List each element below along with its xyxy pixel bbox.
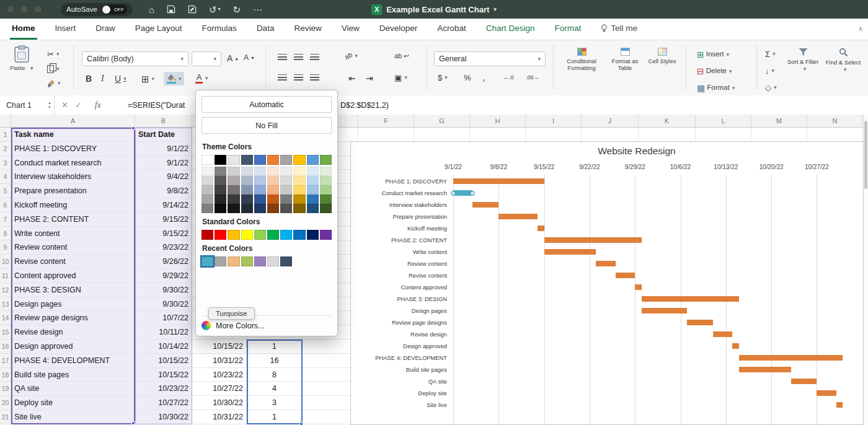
color-swatch[interactable] [280, 204, 292, 213]
color-swatch[interactable] [267, 230, 279, 240]
column-header-I[interactable]: I [526, 115, 582, 128]
gantt-task-label[interactable]: QA site [351, 375, 447, 387]
gantt-task-label[interactable]: Site live [351, 399, 447, 411]
axis-tick-label[interactable]: 10/6/22 [670, 164, 691, 170]
color-swatch[interactable] [228, 204, 239, 213]
cell[interactable]: 10/30/22 [135, 410, 192, 424]
column-header-G[interactable]: G [414, 115, 470, 128]
format-as-table-button[interactable]: Format as Table [608, 48, 642, 72]
cell[interactable]: 10/27/22 [135, 396, 192, 410]
cell[interactable]: Prepare presentation [11, 184, 135, 198]
gantt-task-label[interactable]: Content approved [351, 281, 447, 293]
gantt-task-label[interactable]: Kickoff meeting [351, 222, 447, 234]
color-swatch[interactable] [267, 155, 279, 165]
color-swatch[interactable] [320, 230, 332, 240]
axis-tick-label[interactable]: 9/22/22 [579, 164, 600, 170]
color-swatch[interactable] [241, 176, 253, 185]
color-swatch[interactable] [254, 256, 266, 266]
range-handle[interactable] [131, 126, 135, 130]
tab-page-layout[interactable]: Page Layout [133, 19, 184, 40]
gantt-bar[interactable] [642, 296, 739, 302]
color-swatch[interactable] [307, 185, 319, 195]
paste-button[interactable]: Paste ▾ [10, 45, 33, 72]
align-center-button[interactable] [294, 74, 303, 81]
column-header-F[interactable]: F [358, 115, 414, 128]
cell[interactable]: 3 [247, 396, 303, 410]
row-header[interactable]: 12 [0, 283, 11, 297]
cell[interactable]: Design pages [11, 297, 135, 312]
color-swatch[interactable] [307, 155, 319, 165]
align-bottom-button[interactable] [310, 54, 319, 61]
row-header[interactable]: 17 [0, 354, 11, 368]
name-box-stepper[interactable]: ▲▼ [48, 101, 51, 109]
column-header-N[interactable]: N [807, 115, 863, 128]
cell[interactable] [751, 128, 807, 142]
tab-acrobat[interactable]: Acrobat [435, 19, 468, 40]
row-header[interactable]: 3 [0, 156, 11, 170]
color-swatch[interactable] [254, 167, 266, 176]
cell[interactable]: 9/1/22 [135, 142, 192, 156]
color-swatch[interactable] [280, 155, 292, 165]
cell[interactable]: 9/1/22 [135, 156, 192, 170]
color-swatch[interactable] [293, 185, 305, 195]
cell[interactable]: 10/14/22 [135, 340, 192, 354]
cell[interactable]: Task name [11, 128, 135, 142]
name-box[interactable]: Chart 1 ▲▼ [0, 95, 55, 115]
color-swatch[interactable] [241, 155, 253, 165]
gantt-bar[interactable] [616, 273, 635, 278]
bar-resize-handle-right[interactable] [470, 191, 475, 196]
bold-button[interactable]: B [86, 74, 92, 83]
color-swatch[interactable] [320, 185, 332, 195]
color-swatch[interactable] [267, 167, 279, 176]
no-fill-button[interactable]: No Fill [202, 117, 332, 134]
gantt-task-label[interactable]: PHASE 2: CONTENT [351, 234, 447, 246]
column-header-A[interactable]: A [11, 115, 135, 128]
merge-center-button[interactable]: ▣▾ [394, 74, 407, 82]
column-header-K[interactable]: K [639, 115, 696, 128]
gantt-bar[interactable] [453, 190, 472, 196]
decrease-indent-button[interactable]: ⇤ [348, 74, 356, 82]
color-swatch[interactable] [228, 256, 239, 266]
color-swatch[interactable] [280, 256, 292, 266]
undo-button[interactable]: ↺▾ [209, 5, 221, 14]
enter-button[interactable]: ✓ [75, 100, 82, 110]
gantt-bar[interactable] [739, 355, 843, 361]
cell[interactable]: Site live [11, 410, 135, 424]
tab-review[interactable]: Review [292, 19, 323, 40]
tab-home[interactable]: Home [10, 19, 37, 40]
tab-tell-me[interactable]: Tell me [599, 19, 639, 40]
increase-decimal-button[interactable]: .00→ [526, 75, 539, 81]
color-swatch[interactable] [215, 204, 226, 213]
cell[interactable]: 9/15/22 [135, 227, 192, 241]
color-swatch[interactable] [241, 167, 253, 176]
cell[interactable] [696, 128, 751, 142]
row-header[interactable]: 5 [0, 184, 11, 198]
number-format-combo[interactable]: General▾ [434, 51, 546, 66]
cell[interactable]: Deploy site [11, 396, 135, 410]
row-header[interactable]: 19 [0, 382, 11, 396]
color-swatch[interactable] [202, 204, 213, 213]
row-header[interactable]: 20 [0, 396, 11, 410]
cell[interactable]: 10/23/22 [135, 382, 192, 396]
align-right-button[interactable] [310, 74, 319, 81]
sort-filter-button[interactable]: Sort & Filter ▾ [786, 48, 820, 72]
decrease-decimal-button[interactable]: ←.0 [503, 75, 514, 81]
font-color-button[interactable]: A ▾ [195, 73, 208, 84]
color-swatch[interactable] [202, 195, 213, 204]
gantt-task-label[interactable]: Review page designs [351, 317, 447, 328]
cell[interactable]: 9/30/22 [135, 297, 192, 312]
cancel-button[interactable]: ✕ [61, 100, 68, 110]
zoom-window-button[interactable] [33, 5, 42, 14]
color-swatch[interactable] [202, 167, 213, 176]
tab-data[interactable]: Data [255, 19, 277, 40]
tab-format[interactable]: Format [553, 19, 583, 40]
color-swatch[interactable] [320, 176, 332, 185]
cell-styles-button[interactable]: Cell Styles [646, 48, 678, 64]
color-swatch[interactable] [254, 185, 266, 195]
cell[interactable] [414, 128, 470, 142]
cell[interactable]: PHASE 2: CONTENT [11, 212, 135, 227]
color-swatch[interactable] [280, 185, 292, 195]
color-swatch[interactable] [307, 204, 319, 213]
cell[interactable] [639, 128, 696, 142]
format-painter-button[interactable]: ▾ [47, 79, 61, 87]
